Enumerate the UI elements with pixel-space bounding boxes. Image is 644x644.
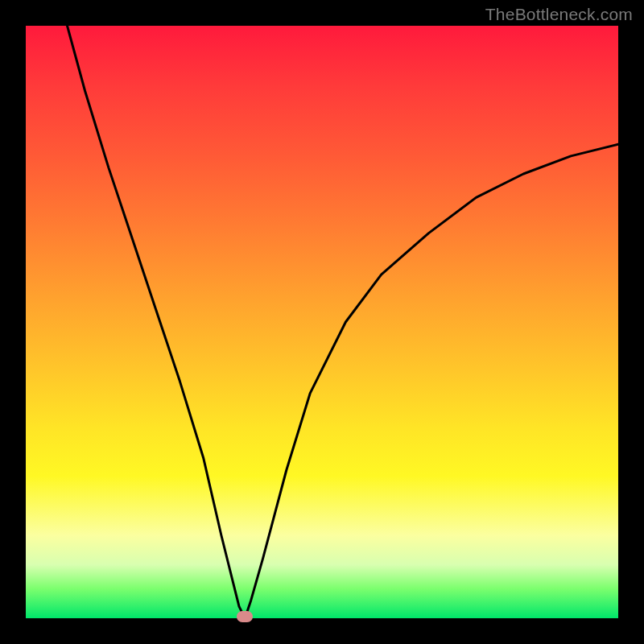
optimal-point-marker: [237, 611, 253, 622]
watermark-text: TheBottleneck.com: [485, 5, 633, 24]
plot-area: [26, 26, 618, 618]
bottleneck-curve: [26, 26, 618, 618]
chart-frame: TheBottleneck.com: [0, 0, 644, 644]
